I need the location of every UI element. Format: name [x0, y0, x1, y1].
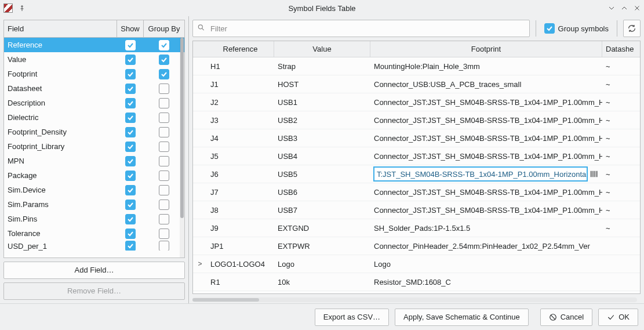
table-body[interactable]: H1StrapMountingHole:Plain_Hole_3mm~J1HOS…: [193, 57, 640, 293]
checkbox-icon[interactable]: [125, 127, 136, 137]
show-cell[interactable]: [117, 142, 144, 152]
checkbox-icon[interactable]: [125, 214, 136, 224]
field-row[interactable]: Footprint_Library: [4, 139, 184, 154]
cell-reference[interactable]: H1: [207, 57, 274, 75]
cell-value[interactable]: USB7: [274, 201, 370, 219]
group-cell[interactable]: [144, 171, 184, 181]
field-row[interactable]: Package: [4, 168, 184, 183]
cell-datasheet[interactable]: ~: [602, 183, 640, 201]
checkbox-icon[interactable]: [125, 69, 136, 79]
group-cell[interactable]: [144, 214, 184, 224]
table-row[interactable]: JP1EXTPWRConnector_PinHeader_2.54mm:PinH…: [193, 237, 640, 255]
checkbox-icon[interactable]: [125, 113, 136, 123]
show-cell[interactable]: [117, 40, 144, 50]
field-row[interactable]: Footprint: [4, 67, 184, 81]
field-row[interactable]: Datasheet: [4, 81, 184, 96]
cell-datasheet[interactable]: [602, 291, 640, 293]
cell-reference[interactable]: J7: [207, 183, 274, 201]
fields-list[interactable]: ReferenceValueFootprintDatasheetDescript…: [4, 38, 184, 258]
field-row[interactable]: Description: [4, 96, 184, 110]
cell-datasheet[interactable]: [602, 273, 640, 291]
group-cell[interactable]: [144, 55, 184, 65]
table-row[interactable]: >LOGO1-LOGO4LogoLogo: [193, 255, 640, 273]
cell-reference[interactable]: J5: [207, 147, 274, 165]
scrollbar[interactable]: [180, 38, 184, 258]
cell-footprint[interactable]: T:JST_SH_SM04B-SRSS-TB_1x04-1MP_P1.00mm_…: [370, 165, 602, 183]
expander-icon[interactable]: >: [193, 255, 207, 273]
show-cell[interactable]: [117, 185, 144, 195]
checkbox-icon[interactable]: [159, 200, 169, 210]
refresh-button[interactable]: [623, 20, 641, 37]
table-row[interactable]: H1StrapMountingHole:Plain_Hole_3mm~: [193, 57, 640, 75]
cell-datasheet[interactable]: ~: [602, 219, 640, 237]
cell-reference[interactable]: J3: [207, 111, 274, 129]
cell-value[interactable]: USB3: [274, 129, 370, 147]
maximize-icon[interactable]: [621, 5, 628, 12]
field-row[interactable]: MPN: [4, 154, 184, 168]
cell-footprint[interactable]: SH_Solder_Pads:1P-1.5x1.5: [370, 219, 602, 237]
table-row[interactable]: J1HOSTConnector_USB:USB_A_PCB_traces_sma…: [193, 75, 640, 93]
show-cell[interactable]: [117, 55, 144, 65]
col-value[interactable]: Value: [274, 41, 370, 57]
checkbox-icon[interactable]: [125, 98, 136, 108]
table-row[interactable]: J2USB1Connector_JST:JST_SH_SM04B-SRSS-TB…: [193, 93, 640, 111]
col-footprint[interactable]: Footprint: [370, 41, 602, 57]
field-row[interactable]: Sim.Pins: [4, 212, 184, 226]
minimize-icon[interactable]: [608, 5, 615, 12]
cell-value[interactable]: Logo: [274, 255, 370, 273]
checkbox-icon[interactable]: [125, 171, 136, 181]
col-datasheet[interactable]: Datashe: [602, 41, 640, 57]
checkbox-icon[interactable]: [125, 185, 136, 195]
group-cell[interactable]: [144, 142, 184, 152]
checkbox-icon[interactable]: [159, 142, 169, 152]
cell-footprint[interactable]: Connector_JST:JST_SH_SM04B-SRSS-TB_1x04-…: [370, 111, 602, 129]
cell-footprint[interactable]: Resistor_SMD:1608_C: [370, 291, 602, 293]
cancel-button[interactable]: Cancel: [540, 309, 592, 326]
show-cell[interactable]: [117, 69, 144, 79]
checkbox-icon[interactable]: [125, 142, 136, 152]
table-row[interactable]: J3USB2Connector_JST:JST_SH_SM04B-SRSS-TB…: [193, 111, 640, 129]
fields-header-field[interactable]: Field: [4, 20, 117, 37]
cell-value[interactable]: USB6: [274, 183, 370, 201]
group-cell[interactable]: [144, 40, 184, 50]
cell-footprint[interactable]: Connector_JST:JST_SH_SM04B-SRSS-TB_1x04-…: [370, 147, 602, 165]
cell-datasheet[interactable]: ~: [602, 111, 640, 129]
cell-footprint[interactable]: Connector_JST:JST_SH_SM04B-SRSS-TB_1x04-…: [370, 183, 602, 201]
show-cell[interactable]: [117, 156, 144, 166]
cell-footprint[interactable]: Connector_JST:JST_SH_SM04B-SRSS-TB_1x04-…: [370, 129, 602, 147]
fields-header-groupby[interactable]: Group By: [144, 20, 184, 37]
show-cell[interactable]: [117, 113, 144, 123]
cell-reference[interactable]: J6: [207, 165, 274, 183]
cell-datasheet[interactable]: ~: [602, 201, 640, 219]
show-cell[interactable]: [117, 127, 144, 137]
checkbox-icon[interactable]: [159, 113, 169, 123]
cell-reference[interactable]: J4: [207, 129, 274, 147]
checkbox-icon[interactable]: [125, 55, 136, 65]
cell-datasheet[interactable]: ~: [602, 165, 640, 183]
cell-datasheet[interactable]: [602, 255, 640, 273]
h-scrollbar[interactable]: [192, 298, 637, 302]
cell-reference[interactable]: R2-R5: [207, 291, 274, 293]
cell-value[interactable]: 10k: [274, 273, 370, 291]
group-symbols-checkbox[interactable]: [544, 23, 555, 34]
cell-datasheet[interactable]: ~: [602, 75, 640, 93]
table-row[interactable]: J5USB4Connector_JST:JST_SH_SM04B-SRSS-TB…: [193, 147, 640, 165]
cell-reference[interactable]: LOGO1-LOGO4: [207, 255, 274, 273]
group-cell[interactable]: [144, 113, 184, 123]
cell-value[interactable]: EXTPWR: [274, 237, 370, 255]
show-cell[interactable]: [117, 84, 144, 94]
field-row[interactable]: USD_per_1: [4, 241, 184, 251]
cell-reference[interactable]: J9: [207, 219, 274, 237]
group-cell[interactable]: [144, 156, 184, 166]
show-cell[interactable]: [117, 214, 144, 224]
field-row[interactable]: Sim.Params: [4, 197, 184, 212]
table-row[interactable]: J6USB5T:JST_SH_SM04B-SRSS-TB_1x04-1MP_P1…: [193, 165, 640, 183]
checkbox-icon[interactable]: [125, 229, 136, 239]
checkbox-icon[interactable]: [159, 55, 169, 65]
table-row[interactable]: J8USB7Connector_JST:JST_SH_SM04B-SRSS-TB…: [193, 201, 640, 219]
add-field-button[interactable]: Add Field…: [3, 262, 185, 279]
checkbox-icon[interactable]: [125, 84, 136, 94]
cell-footprint[interactable]: MountingHole:Plain_Hole_3mm: [370, 57, 602, 75]
cell-reference[interactable]: J2: [207, 93, 274, 111]
cell-reference[interactable]: JP1: [207, 237, 274, 255]
